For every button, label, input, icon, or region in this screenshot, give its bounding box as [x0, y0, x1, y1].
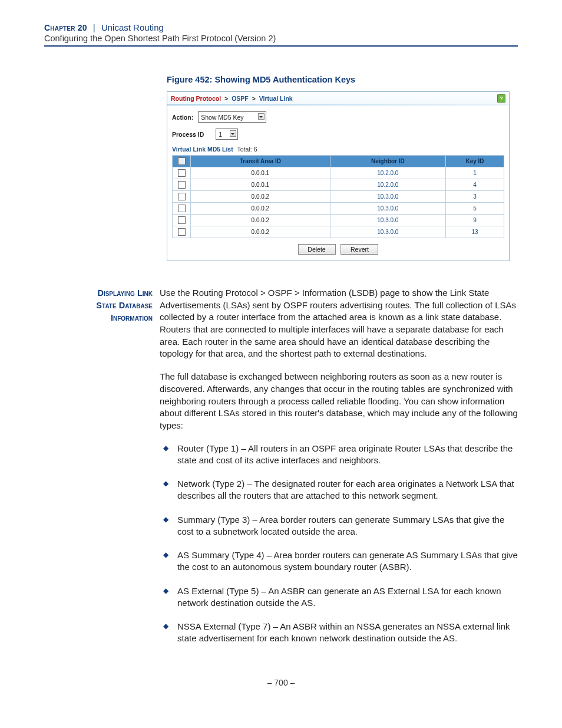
- table-row: 0.0.0.2 10.3.0.0 5: [173, 203, 504, 215]
- side-heading-l1: Displaying Link: [44, 287, 153, 299]
- paragraph: The full database is exchanged between n…: [160, 371, 518, 431]
- cell-neighbor: 10.3.0.0: [330, 215, 445, 226]
- breadcrumb-sep1: >: [224, 95, 228, 102]
- chapter-number: Chapter 20: [44, 23, 87, 32]
- row-checkbox[interactable]: [178, 193, 186, 200]
- col-neighbor: Neighbor ID: [330, 156, 445, 167]
- process-id-select[interactable]: 1: [216, 129, 238, 140]
- cell-transit: 0.0.0.2: [191, 191, 330, 203]
- md5-table: Transit Area ID Neighbor ID Key ID 0.0.0…: [172, 155, 504, 238]
- row-checkbox[interactable]: [178, 216, 186, 224]
- cell-keyid: 1: [446, 167, 504, 179]
- table-row: 0.0.0.1 10.2.0.0 1: [173, 167, 504, 179]
- side-heading-l2: State Database: [44, 299, 153, 312]
- cell-neighbor: 10.2.0.0: [330, 179, 445, 191]
- list-item: AS External (Type 5) – An ASBR can gener…: [160, 585, 518, 610]
- figure-caption: Figure 452: Showing MD5 Authentication K…: [167, 75, 518, 84]
- list-item: NSSA External (Type 7) – An ASBR within …: [160, 621, 518, 645]
- table-row: 0.0.0.2 10.3.0.0 13: [173, 226, 504, 238]
- cell-keyid: 5: [446, 203, 504, 215]
- table-row: 0.0.0.1 10.2.0.0 4: [173, 179, 504, 191]
- chapter-title: Unicast Routing: [101, 22, 164, 32]
- breadcrumb-1: Routing Protocol: [171, 95, 221, 102]
- body-column: Use the Routing Protocol > OSPF > Inform…: [160, 287, 518, 657]
- cell-transit: 0.0.0.1: [191, 167, 330, 179]
- md5-list-label: Virtual Link MD5 List Total: 6: [172, 146, 504, 153]
- cell-neighbor: 10.3.0.0: [330, 191, 445, 203]
- list-item: Network (Type 2) – The designated router…: [160, 478, 518, 502]
- cell-neighbor: 10.2.0.0: [330, 167, 445, 179]
- cell-neighbor: 10.3.0.0: [330, 203, 445, 215]
- breadcrumb: Routing Protocol > OSPF > Virtual Link: [171, 95, 293, 102]
- action-select-value: Show MD5 Key: [201, 114, 243, 121]
- cell-keyid: 4: [446, 179, 504, 191]
- process-id-value: 1: [219, 131, 222, 138]
- col-transit: Transit Area ID: [191, 156, 330, 167]
- list-item: AS Summary (Type 4) – Area border router…: [160, 549, 518, 574]
- breadcrumb-3: Virtual Link: [259, 95, 293, 102]
- col-keyid: Key ID: [446, 156, 504, 167]
- page-header: Chapter 20 | Unicast Routing Configuring…: [44, 0, 518, 47]
- row-checkbox[interactable]: [178, 228, 186, 236]
- cell-transit: 0.0.0.2: [191, 226, 330, 238]
- total-value: 6: [254, 146, 257, 153]
- panel-titlebar: Routing Protocol > OSPF > Virtual Link ?: [167, 92, 509, 104]
- cell-neighbor: 10.3.0.0: [330, 226, 445, 238]
- bullet-list: Router (Type 1) – All routers in an OSPF…: [160, 443, 518, 645]
- cell-keyid: 9: [446, 215, 504, 226]
- header-rule: [44, 45, 518, 47]
- chapter-subtitle: Configuring the Open Shortest Path First…: [44, 34, 518, 43]
- table-row: 0.0.0.2 10.3.0.0 3: [173, 191, 504, 203]
- row-checkbox[interactable]: [178, 169, 186, 177]
- list-item: Router (Type 1) – All routers in an OSPF…: [160, 443, 518, 467]
- side-heading-l3: Information: [44, 312, 153, 324]
- delete-button[interactable]: Delete: [298, 244, 336, 255]
- cell-keyid: 13: [446, 226, 504, 238]
- list-item: Summary (Type 3) – Area border routers c…: [160, 514, 518, 538]
- chapter-sep: |: [93, 22, 95, 32]
- page-number: – 700 –: [44, 678, 518, 687]
- total-label: Total:: [237, 146, 252, 153]
- cell-keyid: 3: [446, 191, 504, 203]
- help-icon[interactable]: ?: [497, 94, 505, 103]
- table-row: 0.0.0.2 10.3.0.0 9: [173, 215, 504, 226]
- header-checkbox[interactable]: [178, 157, 186, 165]
- cell-transit: 0.0.0.2: [191, 215, 330, 226]
- cell-transit: 0.0.0.1: [191, 179, 330, 191]
- ui-screenshot-panel: Routing Protocol > OSPF > Virtual Link ?…: [167, 91, 510, 261]
- action-select[interactable]: Show MD5 Key: [198, 111, 266, 123]
- action-label: Action:: [172, 114, 193, 121]
- cell-transit: 0.0.0.2: [191, 203, 330, 215]
- col-checkbox: [173, 156, 191, 167]
- side-heading: Displaying Link State Database Informati…: [44, 287, 160, 657]
- revert-button[interactable]: Revert: [340, 244, 378, 255]
- row-checkbox[interactable]: [178, 205, 186, 212]
- breadcrumb-sep2: >: [252, 95, 256, 102]
- paragraph: Use the Routing Protocol > OSPF > Inform…: [160, 287, 518, 360]
- process-id-label: Process ID: [172, 131, 204, 138]
- row-checkbox[interactable]: [178, 181, 186, 189]
- md5-list-label-text: Virtual Link MD5 List: [172, 146, 233, 153]
- breadcrumb-2: OSPF: [232, 95, 249, 102]
